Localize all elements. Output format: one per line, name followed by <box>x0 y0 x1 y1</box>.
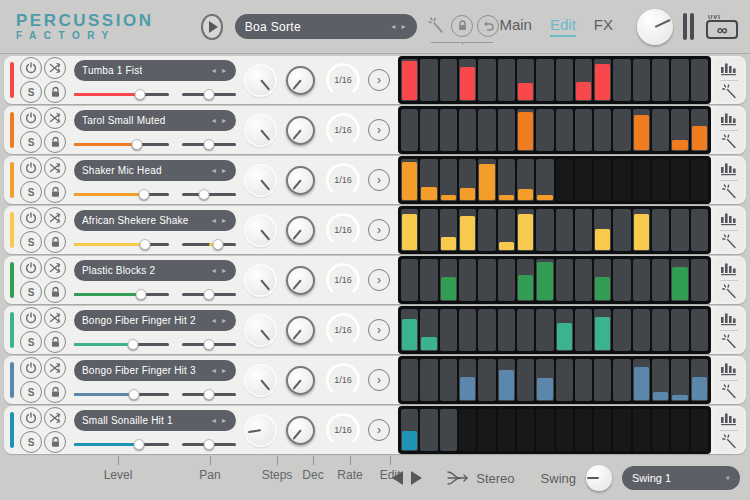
seq-step-9[interactable] <box>556 59 573 101</box>
decay-knob[interactable] <box>286 366 315 395</box>
seq-step-5[interactable] <box>478 309 495 351</box>
seq-step-14[interactable] <box>652 59 669 101</box>
shuffle-button[interactable] <box>44 57 66 79</box>
seq-step-13[interactable] <box>633 59 650 101</box>
steps-knob[interactable] <box>246 416 275 445</box>
slider-thumb[interactable] <box>131 139 142 150</box>
magic-wand-icon[interactable] <box>425 15 447 37</box>
pan-slider[interactable] <box>182 88 236 100</box>
seq-step-7[interactable] <box>517 259 534 301</box>
seq-step-6[interactable] <box>498 159 515 201</box>
power-button[interactable] <box>20 257 42 279</box>
master-volume-knob[interactable] <box>637 9 673 45</box>
randomize-wand-icon[interactable] <box>718 333 740 351</box>
randomize-wand-icon[interactable] <box>718 183 740 201</box>
seq-step-9[interactable] <box>556 409 573 451</box>
power-button[interactable] <box>20 57 42 79</box>
rate-selector[interactable]: 1/16 <box>324 411 362 449</box>
steps-knob[interactable] <box>246 66 275 95</box>
pan-slider[interactable] <box>182 338 236 350</box>
sample-prev-next-icons[interactable]: ◂ ▸ <box>212 316 228 325</box>
seq-step-7[interactable] <box>517 409 534 451</box>
seq-step-8[interactable] <box>536 159 553 201</box>
seq-step-11[interactable] <box>594 159 611 201</box>
histogram-icon[interactable] <box>718 310 740 328</box>
rate-selector[interactable]: 1/16 <box>324 211 362 249</box>
seq-step-14[interactable] <box>652 109 669 151</box>
seq-step-14[interactable] <box>652 259 669 301</box>
seq-step-1[interactable] <box>401 259 418 301</box>
seq-step-8[interactable] <box>536 209 553 251</box>
edit-track-button[interactable]: › <box>368 269 390 291</box>
seq-step-1[interactable] <box>401 159 418 201</box>
level-slider[interactable] <box>74 88 169 100</box>
pan-slider[interactable] <box>182 238 236 250</box>
solo-button[interactable]: S <box>20 431 42 453</box>
seq-step-6[interactable] <box>498 309 515 351</box>
seq-step-6[interactable] <box>498 209 515 251</box>
seq-step-3[interactable] <box>440 309 457 351</box>
seq-step-11[interactable] <box>594 59 611 101</box>
seq-step-7[interactable] <box>517 59 534 101</box>
randomize-wand-icon[interactable] <box>718 83 740 101</box>
seq-step-13[interactable] <box>633 359 650 401</box>
sample-prev-next-icons[interactable]: ◂ ▸ <box>212 266 228 275</box>
edit-track-button[interactable]: › <box>368 119 390 141</box>
seq-step-10[interactable] <box>575 309 592 351</box>
slider-thumb[interactable] <box>128 389 139 400</box>
rate-selector[interactable]: 1/16 <box>324 311 362 349</box>
tab-edit[interactable]: Edit <box>550 16 576 37</box>
seq-step-2[interactable] <box>420 359 437 401</box>
seq-step-13[interactable] <box>633 309 650 351</box>
edit-track-button[interactable]: › <box>368 319 390 341</box>
rate-selector[interactable]: 1/16 <box>324 61 362 99</box>
seq-step-4[interactable] <box>459 259 476 301</box>
seq-step-11[interactable] <box>594 259 611 301</box>
seq-step-8[interactable] <box>536 59 553 101</box>
seq-step-14[interactable] <box>652 309 669 351</box>
rate-selector[interactable]: 1/16 <box>324 161 362 199</box>
edit-track-button[interactable]: › <box>368 169 390 191</box>
preset-selector[interactable]: Boa Sorte ◂ ▸ <box>235 14 418 39</box>
lock-button[interactable] <box>44 381 66 403</box>
pan-slider[interactable] <box>182 138 236 150</box>
seq-step-13[interactable] <box>633 409 650 451</box>
seq-step-8[interactable] <box>536 109 553 151</box>
sample-selector[interactable]: Plastic Blocks 2◂ ▸ <box>74 260 236 281</box>
step-sequencer[interactable] <box>398 256 711 304</box>
seq-step-1[interactable] <box>401 309 418 351</box>
seq-step-9[interactable] <box>556 359 573 401</box>
seq-step-12[interactable] <box>613 259 630 301</box>
lock-button[interactable] <box>44 181 66 203</box>
sample-prev-next-icons[interactable]: ◂ ▸ <box>212 366 228 375</box>
swing-preset-selector[interactable]: Swing 1 ▾ <box>622 466 740 490</box>
histogram-icon[interactable] <box>718 260 740 278</box>
seq-step-16[interactable] <box>691 309 708 351</box>
seq-step-13[interactable] <box>633 259 650 301</box>
pan-slider[interactable] <box>182 388 236 400</box>
decay-knob[interactable] <box>286 316 315 345</box>
seq-step-6[interactable] <box>498 259 515 301</box>
edit-track-button[interactable]: › <box>368 419 390 441</box>
shuffle-button[interactable] <box>44 407 66 429</box>
seq-step-12[interactable] <box>613 209 630 251</box>
shuffle-button[interactable] <box>44 257 66 279</box>
solo-button[interactable]: S <box>20 131 42 153</box>
seq-step-12[interactable] <box>613 359 630 401</box>
seq-step-12[interactable] <box>613 309 630 351</box>
seq-step-7[interactable] <box>517 209 534 251</box>
steps-knob[interactable] <box>246 216 275 245</box>
steps-knob[interactable] <box>246 366 275 395</box>
slider-thumb[interactable] <box>213 239 224 250</box>
level-slider[interactable] <box>74 438 169 450</box>
solo-button[interactable]: S <box>20 231 42 253</box>
seq-step-4[interactable] <box>459 409 476 451</box>
steps-knob[interactable] <box>246 166 275 195</box>
seq-step-5[interactable] <box>478 159 495 201</box>
seq-step-1[interactable] <box>401 109 418 151</box>
preset-prev-next-icons[interactable]: ◂ ▸ <box>391 22 407 31</box>
lock-button[interactable] <box>44 81 66 103</box>
seq-step-7[interactable] <box>517 309 534 351</box>
pan-slider[interactable] <box>182 188 236 200</box>
seq-step-6[interactable] <box>498 409 515 451</box>
